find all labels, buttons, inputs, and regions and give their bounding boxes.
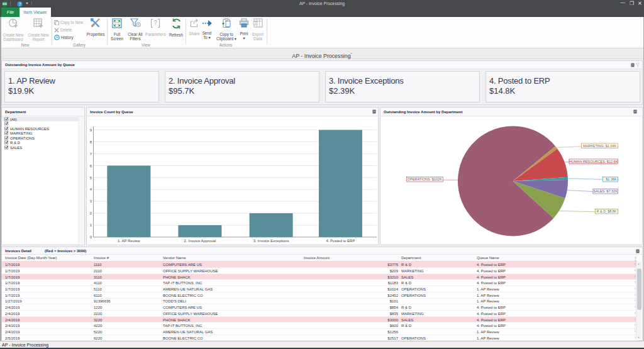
svg-text:4. Posted to ERP: 4. Posted to ERP xyxy=(326,239,355,243)
svg-text:OPERATIONS: $102K: OPERATIONS: $102K xyxy=(408,177,442,181)
svg-text:2. Invoice Approval: 2. Invoice Approval xyxy=(184,239,216,243)
svg-text:9: 9 xyxy=(90,128,92,132)
svg-text:R & D: $8.8K: R & D: $8.8K xyxy=(596,209,616,213)
svg-text:: $1.36K: : $1.36K xyxy=(604,177,617,181)
svg-text:0: 0 xyxy=(90,235,92,239)
svg-text:4: 4 xyxy=(90,187,92,191)
svg-text:2: 2 xyxy=(90,211,92,215)
svg-text:5: 5 xyxy=(90,176,92,180)
svg-text:3: 3 xyxy=(90,199,92,203)
svg-text:1: 1 xyxy=(90,223,92,227)
svg-text:8: 8 xyxy=(90,140,92,144)
svg-text:6: 6 xyxy=(90,164,92,168)
svg-text:?: ? xyxy=(153,19,157,26)
svg-text:1. AP Review: 1. AP Review xyxy=(118,239,140,243)
svg-text:HUMAN RESOURCES: $12.6K: HUMAN RESOURCES: $12.6K xyxy=(569,160,618,163)
svg-text:3. Invoice Exceptions: 3. Invoice Exceptions xyxy=(253,239,289,243)
svg-text:7: 7 xyxy=(90,152,92,156)
svg-text:SALES: $7.32K: SALES: $7.32K xyxy=(594,189,618,193)
svg-text:MARKETING: $1.04K: MARKETING: $1.04K xyxy=(583,144,617,148)
